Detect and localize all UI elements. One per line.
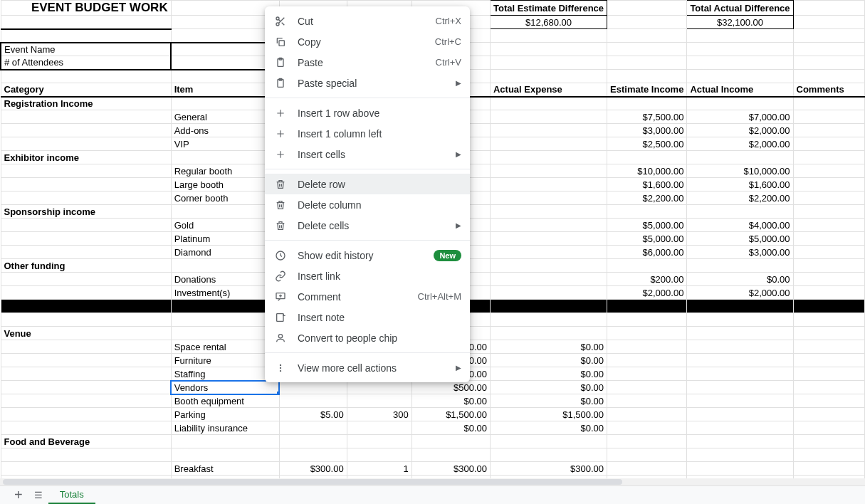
- plus-icon: [273, 127, 288, 141]
- more-vertical-icon: [273, 361, 288, 375]
- attendees-label: # of Attendees: [1, 56, 171, 70]
- svg-rect-8: [277, 313, 283, 321]
- table-row: Breakfast$300.001$300.00$300.00: [1, 462, 865, 476]
- link-icon: [273, 269, 288, 283]
- comment-icon: [273, 290, 288, 304]
- menu-insert-column[interactable]: Insert 1 column left: [265, 123, 470, 144]
- menu-insert-row[interactable]: Insert 1 row above: [265, 103, 470, 123]
- selected-cell[interactable]: Vendors: [171, 381, 279, 394]
- menu-more-actions[interactable]: View more cell actions ▶: [265, 357, 470, 378]
- cut-icon: [273, 14, 288, 28]
- add-sheet-button[interactable]: +: [9, 487, 28, 503]
- svg-point-1: [276, 23, 279, 26]
- table-row: Booth equipment$0.00$0.00: [1, 394, 865, 408]
- horizontal-scrollbar[interactable]: [0, 478, 865, 485]
- table-row: Parking$5.00300$1,500.00$1,500.00: [1, 408, 865, 421]
- submenu-arrow-icon: ▶: [456, 79, 461, 87]
- context-menu: Cut Ctrl+X Copy Ctrl+C Paste Ctrl+V Past…: [265, 6, 470, 382]
- person-icon: [273, 331, 288, 345]
- plus-icon: [273, 106, 288, 120]
- menu-edit-history[interactable]: Show edit history New: [265, 245, 470, 266]
- menu-delete-column[interactable]: Delete column: [265, 194, 470, 215]
- section-venue: Venue: [1, 327, 171, 340]
- paste-icon: [273, 56, 288, 70]
- submenu-arrow-icon: ▶: [456, 221, 461, 229]
- total-estimate-diff-label: Total Estimate Difference: [490, 1, 607, 16]
- table-row: Vendors$500.00$0.00: [1, 381, 865, 394]
- col-comments: Comments: [793, 83, 864, 97]
- col-category: Category: [1, 83, 171, 97]
- sheet-tab-bar: + ☰ Totals: [0, 485, 865, 504]
- section-exhibitor: Exhibitor income: [1, 151, 171, 164]
- section-registration: Registration Income: [1, 97, 171, 110]
- new-badge: New: [434, 250, 461, 261]
- svg-rect-2: [279, 41, 284, 46]
- menu-insert-cells[interactable]: Insert cells ▶: [265, 144, 470, 164]
- section-sponsorship: Sponsorship income: [1, 205, 171, 219]
- total-estimate-diff-value: $12,680.00: [490, 16, 607, 29]
- worksheet-title: EVENT BUDGET WORK: [1, 1, 171, 16]
- submenu-arrow-icon: ▶: [456, 150, 461, 158]
- all-sheets-button[interactable]: ☰: [28, 490, 48, 500]
- submenu-arrow-icon: ▶: [456, 364, 461, 372]
- history-icon: [273, 248, 288, 263]
- scrollbar-thumb[interactable]: [3, 479, 622, 485]
- copy-icon: [273, 35, 288, 49]
- event-name-label: Event Name: [1, 43, 171, 56]
- plus-icon: [273, 147, 288, 162]
- menu-delete-row[interactable]: Delete row: [265, 174, 470, 194]
- menu-cut[interactable]: Cut Ctrl+X: [265, 11, 470, 31]
- section-other: Other funding: [1, 259, 171, 273]
- menu-separator: [265, 98, 470, 98]
- section-food: Food and Beverage: [1, 435, 171, 448]
- menu-paste[interactable]: Paste Ctrl+V: [265, 52, 470, 73]
- menu-delete-cells[interactable]: Delete cells ▶: [265, 215, 470, 236]
- menu-separator: [265, 169, 470, 169]
- trash-icon: [273, 177, 288, 191]
- trash-icon: [273, 219, 288, 233]
- svg-point-10: [280, 364, 281, 365]
- paste-special-icon: [273, 76, 288, 90]
- menu-people-chip[interactable]: Convert to people chip: [265, 327, 470, 348]
- sheet-tab-totals[interactable]: Totals: [48, 486, 95, 504]
- menu-comment[interactable]: Comment Ctrl+Alt+M: [265, 286, 470, 307]
- trash-icon: [273, 198, 288, 212]
- menu-insert-link[interactable]: Insert link: [265, 266, 470, 286]
- total-actual-diff-value: $32,100.00: [687, 16, 793, 29]
- svg-point-11: [280, 367, 281, 368]
- col-item: Item: [171, 83, 279, 97]
- menu-separator: [265, 352, 470, 353]
- col-est-income: Estimate Income: [607, 83, 687, 97]
- total-actual-diff-label: Total Actual Difference: [687, 1, 793, 16]
- menu-copy[interactable]: Copy Ctrl+C: [265, 31, 470, 52]
- svg-point-9: [278, 334, 282, 337]
- table-row: Liability insurance$0.00$0.00: [1, 421, 865, 435]
- svg-point-0: [276, 17, 279, 20]
- menu-insert-note[interactable]: Insert note: [265, 307, 470, 327]
- svg-point-12: [280, 369, 281, 371]
- menu-separator: [265, 240, 470, 241]
- note-icon: [273, 310, 288, 325]
- col-act-income: Actual Income: [687, 83, 793, 97]
- menu-paste-special[interactable]: Paste special ▶: [265, 73, 470, 93]
- col-act-expense: Actual Expense: [490, 83, 607, 97]
